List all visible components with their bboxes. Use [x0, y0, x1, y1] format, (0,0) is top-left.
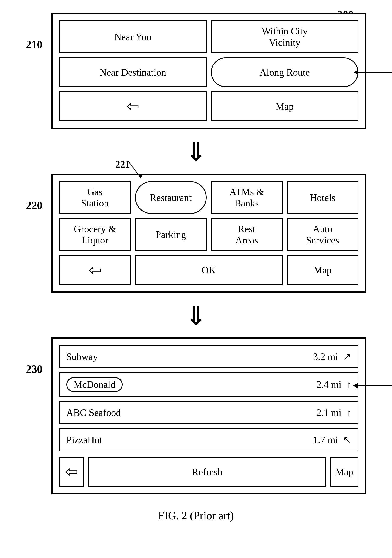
restaurant-dist-mcdonald: 2.4 mi ↑: [316, 379, 351, 390]
svg-marker-7: [353, 383, 358, 388]
auto-services-button[interactable]: Auto Services: [287, 218, 358, 251]
down-arrow-2: ⇓: [185, 301, 207, 331]
screen-210: Near You Within City Vicinity Near Desti…: [51, 13, 366, 129]
annotation-231-svg: 231: [353, 375, 392, 396]
annotation-211-svg: 211: [354, 60, 392, 85]
list-item-abc-seafood[interactable]: ABC Seafood 2.1 mi ↑: [59, 401, 358, 424]
map-button-210[interactable]: Map: [211, 91, 358, 121]
list-item-subway[interactable]: Subway 3.2 mi ↗: [59, 345, 358, 368]
restaurant-dist-pizzahut: 1.7 mi ↖: [313, 434, 351, 445]
map-button-220[interactable]: Map: [287, 255, 358, 285]
screen-220: Gas Station Restaurant ATMs & Banks Hote…: [51, 174, 366, 293]
atms-banks-button[interactable]: ATMs & Banks: [211, 181, 282, 214]
restaurant-dist-subway: 3.2 mi ↗: [313, 351, 351, 362]
gas-station-button[interactable]: Gas Station: [59, 181, 131, 214]
parking-button[interactable]: Parking: [135, 218, 207, 251]
restaurant-dist-abc-seafood: 2.1 mi ↑: [316, 407, 351, 418]
back-arrow-icon-220: ⇦: [89, 262, 102, 278]
back-arrow-icon: ⇦: [127, 99, 139, 114]
screen-label-220: 220: [26, 199, 43, 212]
restaurant-name-abc-seafood: ABC Seafood: [66, 407, 121, 418]
back-button-210[interactable]: ⇦: [59, 91, 207, 121]
restaurant-name-pizzahut: PizzaHut: [66, 434, 102, 445]
restaurant-name-mcdonald: McDonald: [66, 377, 123, 392]
restaurant-name-subway: Subway: [66, 351, 98, 362]
map-button-230[interactable]: Map: [330, 457, 358, 487]
restaurant-button[interactable]: Restaurant: [135, 181, 207, 214]
back-button-220[interactable]: ⇦: [59, 255, 131, 285]
near-you-button[interactable]: Near You: [59, 20, 207, 53]
screen-label-230: 230: [26, 363, 43, 375]
annotation-221-label: 221: [115, 159, 130, 170]
screen-label-210: 210: [26, 38, 43, 51]
back-arrow-icon-230: ⇦: [65, 464, 78, 480]
back-button-230[interactable]: ⇦: [59, 457, 84, 487]
grocery-button[interactable]: Grocery & Liquor: [59, 218, 131, 251]
list-item-pizzahut[interactable]: PizzaHut 1.7 mi ↖: [59, 428, 358, 452]
screen-230: Subway 3.2 mi ↗ McDonald 2.4 mi ↑: [51, 337, 366, 494]
list-item-mcdonald[interactable]: McDonald 2.4 mi ↑ 231: [59, 372, 358, 397]
down-arrow-1: ⇓: [185, 137, 207, 167]
within-city-button[interactable]: Within City Vicinity: [211, 20, 358, 53]
svg-marker-2: [354, 70, 358, 75]
hotels-button[interactable]: Hotels: [287, 181, 358, 214]
along-route-button[interactable]: Along Route: [211, 57, 358, 87]
figure-caption: FIG. 2 (Prior art): [158, 509, 234, 522]
rest-areas-button[interactable]: Rest Areas: [211, 218, 282, 251]
ok-button[interactable]: OK: [135, 255, 282, 285]
refresh-button[interactable]: Refresh: [88, 457, 326, 487]
near-destination-button[interactable]: Near Destination: [59, 57, 207, 87]
bottom-bar-230: ⇦ Refresh Map: [59, 457, 358, 487]
